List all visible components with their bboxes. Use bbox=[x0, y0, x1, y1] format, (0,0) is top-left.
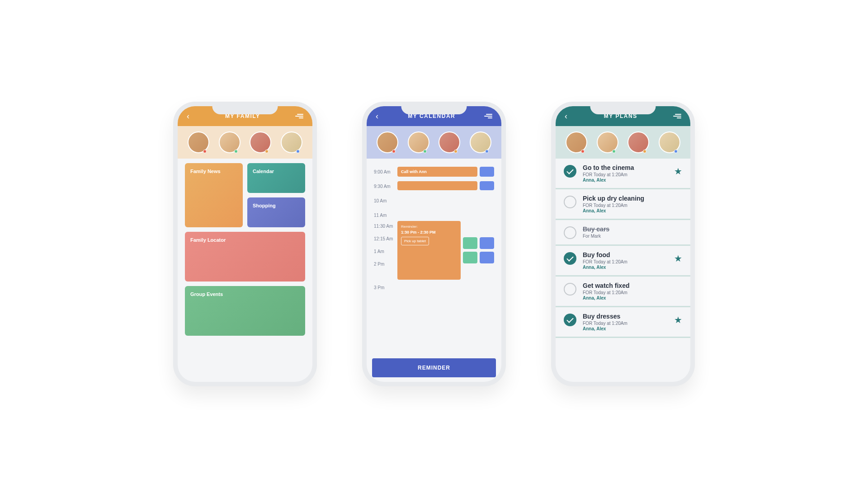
plan-assignees: Anna, Alex bbox=[583, 265, 668, 270]
time-row: 9:30 Am bbox=[374, 181, 494, 194]
checkbox-empty[interactable] bbox=[564, 283, 576, 296]
plan-item[interactable]: Buy foodFOR Today at 1:20AmAnna, Alex★ bbox=[556, 246, 690, 277]
screen-calendar: ‹ MY CALENDAR 9:00 Am Call with Ann 9:30… bbox=[367, 106, 501, 382]
status-dot bbox=[296, 150, 300, 153]
status-dot bbox=[643, 150, 646, 153]
tile-grid: Family News Calendar Shopping Family Loc… bbox=[178, 159, 312, 340]
time-label: 1 Am bbox=[374, 246, 397, 259]
avatar[interactable] bbox=[566, 131, 587, 153]
event-block[interactable] bbox=[463, 237, 477, 249]
phone-family: ‹ MY FAMILY Family News Calendar Shoppin… bbox=[173, 102, 317, 386]
avatar-row bbox=[367, 126, 501, 159]
avatar[interactable] bbox=[281, 131, 302, 153]
avatar[interactable] bbox=[219, 131, 241, 153]
event-block[interactable] bbox=[480, 167, 494, 177]
tile-group-events[interactable]: Group Events bbox=[185, 286, 305, 336]
tile-shopping[interactable]: Shopping bbox=[247, 197, 305, 227]
avatar[interactable] bbox=[597, 131, 618, 153]
time-label: 3 Pm bbox=[374, 282, 397, 290]
plan-title: Buy dresses bbox=[583, 313, 668, 320]
avatar-row bbox=[556, 126, 690, 159]
phone-notch bbox=[401, 102, 467, 114]
event-block[interactable] bbox=[397, 181, 477, 190]
avatar[interactable] bbox=[377, 131, 398, 153]
event-call-ann[interactable]: Call with Ann bbox=[397, 167, 477, 177]
avatar[interactable] bbox=[439, 131, 460, 153]
event-block[interactable] bbox=[463, 252, 477, 263]
plan-text: Buy foodFOR Today at 1:20AmAnna, Alex bbox=[583, 251, 668, 270]
back-icon[interactable]: ‹ bbox=[376, 112, 379, 121]
avatar-row bbox=[178, 126, 312, 159]
check-icon[interactable] bbox=[564, 165, 576, 178]
event-reminder[interactable]: Reminder: 1:30 Pm - 2:30 PM Pick up tabl… bbox=[397, 221, 461, 280]
reminder-button[interactable]: REMINDER bbox=[372, 358, 496, 377]
plan-subtitle: FOR Today at 1:20Am bbox=[583, 290, 682, 295]
plan-text: Get watch fixedFOR Today at 1:20AmAnna, … bbox=[583, 282, 682, 300]
back-icon[interactable]: ‹ bbox=[565, 112, 568, 121]
phone-plans: ‹ MY PLANS Go to the cinemaFOR Today at … bbox=[551, 102, 695, 386]
plan-subtitle: FOR Today at 1:20Am bbox=[583, 259, 668, 264]
plan-title: Get watch fixed bbox=[583, 282, 682, 289]
plan-item[interactable]: Buy carsFor Mark bbox=[556, 220, 690, 246]
menu-icon[interactable] bbox=[295, 114, 303, 118]
plan-assignees: Anna, Alex bbox=[583, 208, 682, 213]
tile-family-news[interactable]: Family News bbox=[185, 163, 243, 227]
status-dot bbox=[265, 150, 269, 153]
phone-calendar: ‹ MY CALENDAR 9:00 Am Call with Ann 9:30… bbox=[362, 102, 506, 386]
status-dot bbox=[454, 150, 458, 153]
status-dot bbox=[234, 150, 238, 153]
reminder-time: 1:30 Pm - 2:30 PM bbox=[401, 230, 457, 235]
plan-item[interactable]: Buy dressesFOR Today at 1:20AmAnna, Alex… bbox=[556, 307, 690, 338]
plan-title: Buy food bbox=[583, 251, 668, 258]
avatar[interactable] bbox=[188, 131, 209, 153]
plans-list: Go to the cinemaFOR Today at 1:20AmAnna,… bbox=[556, 159, 690, 338]
status-dot bbox=[612, 150, 616, 153]
event-block[interactable] bbox=[480, 252, 494, 263]
plan-text: Buy dressesFOR Today at 1:20AmAnna, Alex bbox=[583, 313, 668, 331]
plan-subtitle: For Mark bbox=[583, 234, 682, 239]
avatar[interactable] bbox=[250, 131, 271, 153]
time-row: 11 Am bbox=[374, 210, 494, 219]
plan-item[interactable]: Get watch fixedFOR Today at 1:20AmAnna, … bbox=[556, 277, 690, 307]
star-icon[interactable]: ★ bbox=[674, 253, 682, 264]
menu-icon[interactable] bbox=[673, 114, 681, 118]
avatar[interactable] bbox=[408, 131, 429, 153]
time-row: 10 Am bbox=[374, 196, 494, 208]
avatar[interactable] bbox=[627, 131, 649, 153]
checkbox-empty[interactable] bbox=[564, 226, 576, 239]
plan-text: Pick up dry cleaningFOR Today at 1:20AmA… bbox=[583, 195, 682, 213]
time-row: 3 Pm bbox=[374, 282, 494, 295]
back-icon[interactable]: ‹ bbox=[187, 112, 190, 121]
avatar[interactable] bbox=[659, 131, 680, 153]
menu-icon[interactable] bbox=[484, 114, 492, 118]
plan-title: Buy cars bbox=[583, 225, 682, 233]
checkbox-empty[interactable] bbox=[564, 196, 576, 208]
screen-family: ‹ MY FAMILY Family News Calendar Shoppin… bbox=[178, 106, 312, 382]
reminder-action[interactable]: Pick up tablet bbox=[401, 237, 429, 245]
status-dot bbox=[203, 150, 207, 153]
plan-item[interactable]: Go to the cinemaFOR Today at 1:20AmAnna,… bbox=[556, 159, 690, 189]
star-icon[interactable]: ★ bbox=[674, 166, 682, 177]
time-label: 12:15 Am bbox=[374, 234, 397, 246]
tile-family-locator[interactable]: Family Locator bbox=[185, 232, 305, 282]
status-dot bbox=[392, 150, 396, 153]
plan-subtitle: FOR Today at 1:20Am bbox=[583, 321, 668, 326]
star-icon[interactable]: ★ bbox=[674, 314, 682, 325]
tile-calendar[interactable]: Calendar bbox=[247, 163, 305, 193]
status-dot bbox=[674, 150, 678, 153]
check-icon[interactable] bbox=[564, 314, 576, 326]
plan-assignees: Anna, Alex bbox=[583, 178, 668, 183]
plan-title: Go to the cinema bbox=[583, 164, 668, 171]
reminder-label: Reminder: bbox=[401, 225, 457, 229]
plan-text: Go to the cinemaFOR Today at 1:20AmAnna,… bbox=[583, 164, 668, 183]
event-block[interactable] bbox=[480, 237, 494, 249]
avatar[interactable] bbox=[470, 131, 491, 153]
screen-plans: ‹ MY PLANS Go to the cinemaFOR Today at … bbox=[556, 106, 690, 382]
plan-assignees: Anna, Alex bbox=[583, 296, 682, 300]
status-dot bbox=[581, 150, 585, 153]
check-icon[interactable] bbox=[564, 252, 576, 265]
event-block[interactable] bbox=[480, 181, 494, 190]
time-label: 9:30 Am bbox=[374, 181, 397, 189]
plan-item[interactable]: Pick up dry cleaningFOR Today at 1:20AmA… bbox=[556, 189, 690, 220]
time-label: 2 Pm bbox=[374, 259, 397, 272]
